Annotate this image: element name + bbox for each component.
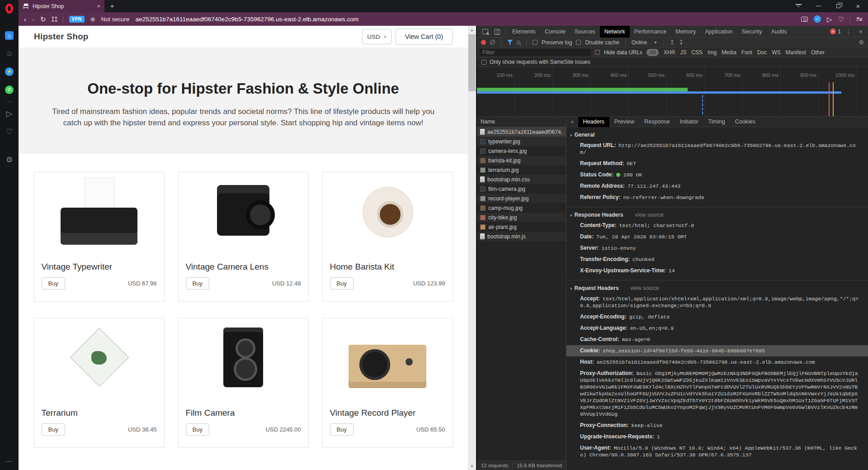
export-har-icon[interactable]: ↧ xyxy=(679,39,684,45)
network-overview-timeline[interactable]: 100 ms 200 ms 300 ms 400 ms 500 ms 600 m… xyxy=(477,67,868,117)
reload-button[interactable]: ↻ xyxy=(40,16,46,23)
request-row[interactable]: record-player.jpg xyxy=(477,194,566,203)
request-row[interactable]: barista-kit.jpg xyxy=(477,156,566,165)
view-source-link[interactable]: view source xyxy=(635,212,664,218)
filter-chip[interactable]: Other xyxy=(811,49,825,56)
maximize-button[interactable] xyxy=(828,0,848,12)
request-row[interactable]: ae252551b7a1611eaaedf0674... xyxy=(477,127,566,137)
preserve-log-label[interactable]: Preserve log xyxy=(542,39,572,46)
samesite-checkbox[interactable] xyxy=(481,60,486,65)
request-row[interactable]: camp-mug.jpg xyxy=(477,203,566,213)
throttling-dropdown[interactable]: Online ▼ xyxy=(632,39,658,46)
filter-chip[interactable]: Img xyxy=(708,49,717,56)
devtools-tab[interactable]: Memory xyxy=(671,26,700,38)
samesite-label[interactable]: Only show requests with SameSite issues xyxy=(490,59,590,65)
product-card[interactable]: Vintage Record Player Buy USD 65.50 xyxy=(322,318,453,448)
section-title[interactable]: Response Headers xyxy=(575,212,623,218)
shop-logo[interactable]: Hipster Shop xyxy=(34,32,89,42)
devtools-tab[interactable]: Network xyxy=(600,26,630,38)
personal-news-button[interactable]: ♡ xyxy=(0,123,19,141)
product-card[interactable]: Vintage Typewriter Buy USD 67.98 xyxy=(34,172,165,302)
security-status[interactable]: Not secure xyxy=(101,16,130,23)
product-card[interactable]: Vintage Camera Lens Buy USD 12.48 xyxy=(178,172,309,302)
hide-data-urls-checkbox[interactable] xyxy=(595,50,600,55)
my-flow-send-icon[interactable]: ▷ xyxy=(827,16,832,23)
sidebar-setup-button[interactable]: ⋯ xyxy=(5,457,13,465)
request-row[interactable]: air-plant.jpg xyxy=(477,222,566,232)
network-settings-gear-icon[interactable]: ⚙ xyxy=(859,39,864,46)
vpn-badge[interactable]: VPN xyxy=(69,16,85,23)
section-title[interactable]: Request Headers xyxy=(575,285,619,291)
import-har-icon[interactable]: ↥ xyxy=(670,39,675,45)
messenger-button[interactable]: ⚡ xyxy=(0,62,19,81)
devtools-tab[interactable]: Sources xyxy=(570,26,600,38)
close-window-button[interactable]: × xyxy=(848,0,868,12)
search-icon[interactable] xyxy=(517,41,520,44)
detail-close-icon[interactable]: × xyxy=(566,119,578,125)
devtools-tab[interactable]: Security xyxy=(737,26,767,38)
device-toolbar-icon[interactable] xyxy=(495,29,500,34)
preserve-log-checkbox[interactable] xyxy=(533,40,538,45)
error-badge[interactable]: × 1 xyxy=(830,28,841,35)
name-column-header[interactable]: Name xyxy=(477,117,566,127)
url-text[interactable]: ae252551b7a1611eaaedf06740e2c9b5-7359627… xyxy=(135,16,359,23)
hide-data-urls-label[interactable]: Hide data URLs xyxy=(604,49,642,56)
view-cart-button[interactable]: View Cart (0) xyxy=(396,28,453,45)
buy-button[interactable]: Buy xyxy=(42,423,65,436)
settings-button[interactable]: ⚙ xyxy=(0,151,19,169)
minimize-button[interactable] xyxy=(808,0,828,12)
view-source-link[interactable]: view source xyxy=(631,285,659,291)
page-scrollbar[interactable]: ▲ ▼ xyxy=(468,26,476,470)
buy-button[interactable]: Buy xyxy=(186,423,209,436)
devtools-close-icon[interactable]: × xyxy=(856,28,865,35)
detail-tab[interactable]: Headers xyxy=(578,117,609,127)
tab-hipster-shop[interactable]: Hipster Shop × xyxy=(19,0,104,12)
filter-chip[interactable]: Font xyxy=(741,49,752,56)
inspect-element-icon[interactable] xyxy=(482,29,488,34)
snapshot-camera-icon[interactable] xyxy=(801,17,808,22)
bookmarks-button[interactable]: ☆ xyxy=(0,44,19,62)
request-row[interactable]: bootstrap.min.js xyxy=(477,232,566,241)
opera-logo-icon[interactable] xyxy=(5,4,13,14)
disable-cache-label[interactable]: Disable cache xyxy=(585,39,619,46)
filter-funnel-icon[interactable] xyxy=(507,40,513,45)
collapse-arrow-icon[interactable]: ▾ xyxy=(570,213,572,218)
bookmark-heart-icon[interactable]: ♡ xyxy=(838,16,844,23)
scrollbar-thumb[interactable] xyxy=(468,34,476,91)
collapse-arrow-icon[interactable]: ▾ xyxy=(570,133,572,138)
detail-tab[interactable]: Preview xyxy=(609,117,639,127)
request-row[interactable]: typewriter.jpg xyxy=(477,137,566,146)
forward-button[interactable]: › xyxy=(32,16,34,23)
section-title[interactable]: General xyxy=(575,132,595,138)
filter-chip[interactable]: CSS xyxy=(691,49,703,56)
scroll-down-arrow-icon[interactable]: ▼ xyxy=(468,462,476,470)
buy-button[interactable]: Buy xyxy=(330,423,354,436)
filter-input[interactable] xyxy=(480,49,591,56)
collapse-arrow-icon[interactable]: ▾ xyxy=(570,286,572,291)
easy-setup-tune-icon[interactable] xyxy=(856,18,863,20)
new-tab-button[interactable]: + xyxy=(104,2,120,11)
request-row[interactable]: city-bike.jpg xyxy=(477,213,566,222)
filter-chip[interactable]: WS xyxy=(772,49,780,56)
speed-dial-grid-icon[interactable] xyxy=(52,17,57,22)
request-row[interactable]: bootstrap.min.css xyxy=(477,175,566,184)
scroll-up-arrow-icon[interactable]: ▲ xyxy=(468,26,476,33)
whatsapp-button[interactable]: ✆ xyxy=(0,81,19,99)
devtools-tab[interactable]: Performance xyxy=(630,26,671,38)
request-row[interactable]: terrarium.jpg xyxy=(477,165,566,175)
filter-chip[interactable]: Media xyxy=(722,49,736,56)
buy-button[interactable]: Buy xyxy=(42,277,65,290)
devtools-tab[interactable]: Audits xyxy=(767,26,792,38)
devtools-tab[interactable]: Elements xyxy=(508,26,540,38)
request-row[interactable]: camera-lens.jpg xyxy=(477,146,566,156)
filter-chip[interactable]: XHR xyxy=(664,49,675,56)
tab-menu-button[interactable]: ˅ xyxy=(788,0,808,12)
request-row[interactable]: film-camera.jpg xyxy=(477,184,566,194)
product-card[interactable]: Terrarium Buy USD 36.45 xyxy=(34,318,165,448)
detail-tab[interactable]: Initiator xyxy=(675,117,703,127)
record-button[interactable] xyxy=(481,40,486,45)
kebab-menu-icon[interactable]: ⋮ xyxy=(843,28,854,35)
currency-select[interactable]: USD ˅ xyxy=(362,29,391,44)
tab-close-icon[interactable]: × xyxy=(97,3,100,9)
back-button[interactable]: ‹ xyxy=(24,16,26,23)
